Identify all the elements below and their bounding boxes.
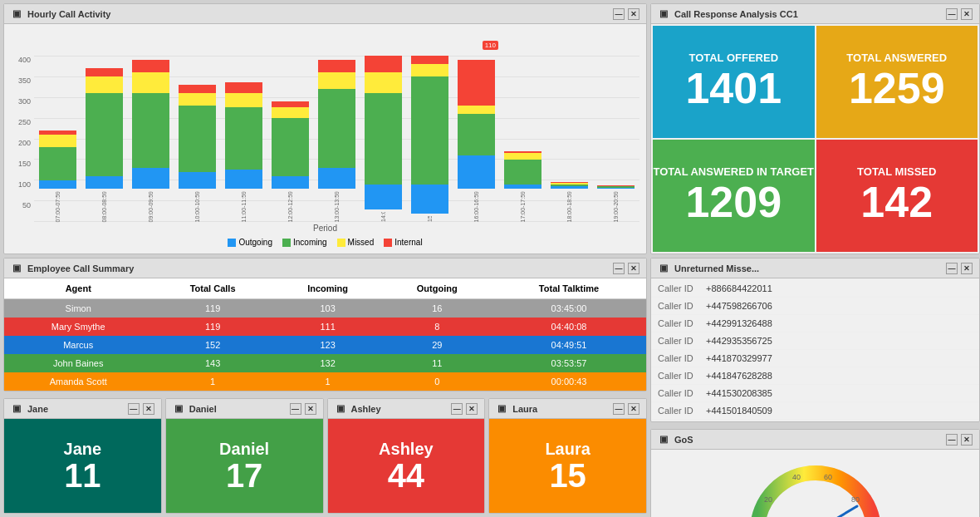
agent-title-laura: Laura [512,404,537,414]
gauge-svg: 0 20 40 60 80 100 83 [741,456,890,517]
unreturned-panel: ▣ Unreturned Misse... — ✕ Caller ID+8866… [650,258,980,422]
caller-number: +442935356725 [706,336,772,346]
unreturned-panel-title: Unreturned Misse... [674,263,759,273]
table-row: Mary Smythe119111804:40:08 [4,318,646,336]
caller-number: +886684422011 [706,283,772,293]
gos-panel: ▣ GoS — ✕ [650,429,980,517]
response-panel-header: ▣ Call Response Analysis CC1 — ✕ [651,4,979,24]
bar-x-label: 13:00-13:59 [334,191,340,222]
bar-segment-missed [411,64,448,76]
hourly-call-activity-panel: ▣ Hourly Call Activity — ✕ 400 350 300 2… [3,3,647,254]
svg-text:60: 60 [824,473,832,481]
stat-missed-value: 142 [860,179,933,226]
agent-minimize-ashley[interactable]: — [451,403,463,415]
bars-wrapper: 07:00-07:5908:00-08:5909:00-09:5910:00-1… [34,56,639,222]
bar-segment-incoming [318,89,355,168]
stat-total-missed: TOTAL MISSED 142 [816,140,978,252]
y-axis: 400 350 300 250 200 150 100 50 [11,56,34,222]
agent-minimize-daniel[interactable]: — [290,403,301,415]
cell-outgoing: 11 [382,354,492,372]
caller-label: Caller ID [658,388,699,398]
summary-panel-title: Employee Call Summary [27,263,134,273]
svg-text:20: 20 [764,495,772,504]
cell-talktime: 00:00:43 [492,372,646,391]
response-panel-icon: ▣ [658,8,669,20]
bar-segment-incoming [225,107,262,170]
cell-totalCalls: 143 [152,354,272,372]
agent-close-laura[interactable]: ✕ [628,403,639,415]
cell-agent: John Baines [4,354,152,372]
agent-close-jane[interactable]: ✕ [143,403,154,415]
response-close-btn[interactable]: ✕ [961,8,973,20]
agent-panel-laura: ▣ Laura — ✕ Laura 15 [488,398,647,514]
agent-minimize-laura[interactable]: — [613,403,625,415]
bar-x-label: 15:00-15:59 [427,216,433,222]
legend-internal-dot [384,239,392,247]
caller-item: Caller ID+442935356725 [651,332,979,350]
caller-label: Caller ID [658,283,699,293]
svg-text:80: 80 [851,495,860,504]
summary-panel-header: ▣ Employee Call Summary — ✕ [4,258,646,278]
col-talktime: Total Talktime [492,278,646,299]
caller-number: +447598266706 [706,301,772,311]
agent-minimize-jane[interactable]: — [128,403,140,415]
agent-header-laura: ▣ Laura — ✕ [489,399,646,419]
bar-group: 11016:00-16:59 [454,56,498,222]
bar-segment-incoming [179,106,216,172]
bar-segment-outgoing [132,168,169,189]
bar-segment-incoming [86,93,123,176]
bar-group: 15:00-15:59 [408,56,452,222]
bar-x-label: 08:00-08:59 [101,191,107,222]
bar-x-label: 11:00-11:59 [241,191,247,222]
unreturned-close-btn[interactable]: ✕ [961,263,973,274]
stat-total-answered: TOTAL ANSWERED 1259 [816,26,978,138]
summary-panel-icon: ▣ [11,263,22,274]
bar-group: 08:00-08:59 [82,56,126,222]
caller-number: +441870329977 [706,353,772,363]
cell-incoming: 111 [273,318,383,336]
response-panel-title: Call Response Analysis CC1 [674,9,798,19]
summary-minimize-btn[interactable]: — [613,263,625,274]
bar-chart-container: 07:00-07:5908:00-08:5909:00-09:5910:00-1… [34,56,639,222]
bar-x-label: 07:00-07:59 [55,191,61,222]
bar-group: 18:00-18:59 [547,56,591,222]
bar-x-label: 09:00-09:59 [148,191,154,222]
gos-minimize-btn[interactable]: — [946,434,958,446]
cell-incoming: 1 [273,372,383,391]
agent-title-jane: Jane [27,404,48,414]
bar-group: 11:00-11:59 [222,56,266,222]
stat-answered-in-target: TOTAL ANSWERED IN TARGET 1209 [653,140,815,252]
bar-group: 13:00-13:59 [315,56,359,222]
cell-agent: Mary Smythe [4,318,152,336]
hourly-minimize-btn[interactable]: — [613,8,625,20]
caller-item: Caller ID+442991326488 [651,315,979,332]
agent-panel-daniel: ▣ Daniel — ✕ Daniel 17 [165,398,324,514]
gos-panel-icon: ▣ [658,434,669,446]
response-minimize-btn[interactable]: — [946,8,958,20]
agent-close-ashley[interactable]: ✕ [466,403,478,415]
bar-segment-missed [272,107,309,118]
bar-segment-missed [504,153,541,160]
gos-panel-header: ▣ GoS — ✕ [651,430,979,450]
bar-segment-internal [365,56,402,72]
employee-table: Agent Total Calls Incoming Outgoing Tota… [4,278,646,391]
hourly-close-btn[interactable]: ✕ [628,8,639,20]
bar-segment-internal [132,60,169,72]
bar-group: 10:00-10:59 [175,56,219,222]
unreturned-minimize-btn[interactable]: — [946,263,958,274]
agent-display-laura: Laura 15 [489,419,646,513]
agent-close-daniel[interactable]: ✕ [305,403,316,415]
agent-name-daniel: Daniel [219,440,269,459]
bar-segment-internal [225,82,262,93]
cell-talktime: 04:40:08 [492,318,646,336]
gos-panel-title: GoS [674,435,693,445]
chart-area: 400 350 300 250 200 150 100 50 [4,24,646,254]
caller-number: +442991326488 [706,318,772,328]
gos-close-btn[interactable]: ✕ [961,434,973,446]
agent-header-daniel: ▣ Daniel — ✕ [166,399,323,419]
caller-label: Caller ID [658,318,699,328]
caller-item: Caller ID+441870329977 [651,350,979,367]
bar-segment-outgoing [39,180,76,189]
bar-x-label: 14:00-14:59 [380,212,386,222]
summary-close-btn[interactable]: ✕ [628,263,639,274]
